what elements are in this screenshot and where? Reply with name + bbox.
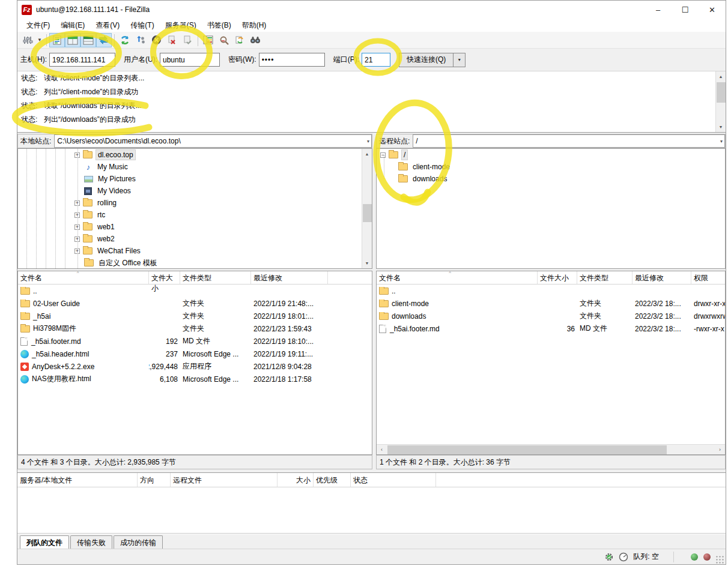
connection-ok-indicator-icon: [691, 553, 698, 561]
chevron-down-icon[interactable]: ▾: [367, 139, 369, 144]
resize-grip[interactable]: [716, 556, 724, 564]
menu-server[interactable]: 服务器(S): [160, 19, 202, 32]
process-queue-button[interactable]: [133, 33, 148, 47]
tree-item-downloads[interactable]: downloads: [377, 173, 725, 185]
file-row[interactable]: NAS使用教程.html6,108Microsoft Edge ...2022/…: [18, 373, 372, 385]
quickconnect-button[interactable]: 快速连接(Q): [399, 53, 453, 67]
file-row[interactable]: _h5ai.footer.md192MD 文件2022/1/19 18:10:.…: [18, 335, 372, 348]
queue-header-priority[interactable]: 优先级: [314, 473, 351, 487]
column-header-permissions[interactable]: 权限: [691, 271, 726, 284]
toggle-transfer-queue-button[interactable]: [96, 33, 112, 47]
chevron-down-icon[interactable]: ▾: [720, 139, 723, 144]
port-input[interactable]: [362, 53, 390, 67]
log-scrollbar[interactable]: ▲ ▼: [715, 71, 726, 132]
tree-item-client-mode[interactable]: client-mode: [377, 161, 725, 173]
file-row[interactable]: 02-User Guide文件夹2022/1/19 21:48:...: [18, 297, 372, 310]
file-row[interactable]: AnyDesk+5.2.2.exe2,929,448应用程序2021/12/8 …: [18, 360, 372, 373]
file-row[interactable]: _h5ai.footer.md36MD 文件2022/3/2 18:...-rw…: [377, 322, 725, 335]
file-row[interactable]: _h5ai文件夹2022/1/19 18:01:...: [18, 310, 372, 322]
tree-item-my-videos[interactable]: My Videos: [18, 185, 372, 197]
tree-item-web1[interactable]: +web1: [18, 221, 372, 233]
site-manager-icon: [22, 35, 33, 45]
transfer-settings-gear-icon[interactable]: [604, 552, 614, 562]
maximize-button[interactable]: ☐: [672, 1, 699, 19]
file-row[interactable]: Hi3798M固件文件夹2022/1/23 1:59:43: [18, 322, 372, 335]
toggle-local-tree-button[interactable]: [65, 33, 80, 47]
menu-help[interactable]: 帮助(H): [237, 19, 272, 32]
scroll-down-icon[interactable]: ▼: [716, 122, 726, 132]
menu-transfer[interactable]: 传输(T): [125, 19, 159, 32]
file-row[interactable]: ..: [377, 285, 725, 297]
queue-header-server-local[interactable]: 服务器/本地文件: [17, 473, 138, 487]
column-header-size[interactable]: 文件大小: [538, 271, 577, 284]
filter-binoculars-button[interactable]: [247, 33, 263, 47]
scroll-up-icon[interactable]: ▲: [362, 149, 372, 159]
menu-bookmarks[interactable]: 书签(B): [202, 19, 237, 32]
site-manager-dropdown-icon[interactable]: ▼: [35, 33, 44, 47]
toggle-message-log-button[interactable]: [49, 33, 65, 47]
disconnect-button[interactable]: [164, 33, 180, 47]
tree-item-rolling[interactable]: +rolling: [18, 197, 372, 209]
folder-icon: [389, 151, 398, 158]
queue-header-direction[interactable]: 方向: [138, 473, 171, 487]
find-files-button[interactable]: [216, 33, 232, 47]
tree-item-root[interactable]: −/: [377, 149, 725, 161]
reconnect-button[interactable]: [180, 33, 195, 47]
scroll-left-icon[interactable]: ‹: [377, 445, 387, 454]
toolbar: ▼: [17, 32, 726, 49]
column-header-type[interactable]: 文件类型: [577, 271, 632, 284]
transfer-queue-panel: 服务器/本地文件 方向 远程文件 大小 优先级 状态: [17, 472, 726, 534]
column-header-modified[interactable]: 最近修改: [251, 271, 328, 284]
menu-view[interactable]: 查看(V): [90, 19, 125, 32]
menu-bar: 文件(F) 编辑(E) 查看(V) 传输(T) 服务器(S) 书签(B) 帮助(…: [17, 19, 726, 32]
column-header-modified[interactable]: 最近修改: [632, 271, 691, 284]
password-input[interactable]: [259, 53, 325, 67]
file-row[interactable]: _h5ai.header.html237Microsoft Edge ...20…: [18, 348, 372, 360]
column-header-type[interactable]: 文件类型: [180, 271, 251, 284]
local-tree-scrollbar[interactable]: ▲ ▼: [362, 149, 372, 268]
sort-asc-icon: ^: [77, 271, 79, 275]
tree-item-web2[interactable]: +web2: [18, 233, 372, 245]
menu-edit[interactable]: 编辑(E): [55, 19, 90, 32]
file-row[interactable]: client-mode文件夹2022/3/2 18:...drwxr-xr-x: [377, 297, 725, 310]
host-input[interactable]: [49, 53, 115, 67]
speed-gauge-icon[interactable]: [619, 552, 628, 562]
file-row[interactable]: downloads文件夹2022/3/2 18:...drwxrwxrwx: [377, 310, 725, 322]
compare-directories-button[interactable]: [201, 33, 216, 47]
tree-item-my-music[interactable]: ♪My Music: [18, 161, 372, 173]
collapse-icon[interactable]: −: [380, 152, 386, 158]
tree-item-rtc[interactable]: +rtc: [18, 209, 372, 221]
folder-icon: [83, 211, 93, 218]
queue-header-status[interactable]: 状态: [351, 473, 436, 487]
remote-tree-icon: [83, 35, 94, 45]
tree-item-office-templates[interactable]: 自定义 Office 模板: [18, 257, 372, 269]
column-header-name[interactable]: ^文件名: [377, 271, 538, 284]
disconnect-icon: [167, 35, 177, 45]
file-row[interactable]: ..: [18, 285, 372, 297]
column-header-name[interactable]: ^文件名: [18, 271, 149, 284]
tree-item-wechat-files[interactable]: +WeChat Files: [18, 245, 372, 257]
menu-file[interactable]: 文件(F): [21, 19, 55, 32]
scroll-up-icon[interactable]: ▲: [716, 71, 726, 82]
username-input[interactable]: [160, 53, 220, 67]
tree-item-dlecootop[interactable]: +dl.ecoo.top: [18, 149, 372, 161]
remote-summary: 1 个文件 和 2 个目录。大小总计: 36 字节: [376, 455, 726, 469]
minimize-button[interactable]: –: [645, 1, 672, 19]
refresh-button[interactable]: [117, 33, 133, 47]
close-button[interactable]: ✕: [699, 1, 726, 19]
quickconnect-dropdown-icon[interactable]: ▾: [453, 53, 466, 67]
remote-horizontal-scrollbar[interactable]: ‹ ›: [377, 444, 725, 454]
queue-header-size[interactable]: 大小: [278, 473, 314, 487]
site-manager-button[interactable]: [20, 33, 35, 47]
scroll-right-icon[interactable]: ›: [715, 445, 725, 454]
cancel-button[interactable]: [148, 33, 164, 47]
local-site-combo[interactable]: C:\Users\ecoo\Documents\dl.ecoo.top\▾: [54, 134, 372, 148]
tree-item-my-pictures[interactable]: My Pictures: [18, 173, 372, 185]
column-header-size[interactable]: 文件大小: [149, 271, 180, 284]
remote-site-combo[interactable]: /▾: [413, 134, 725, 148]
toggle-remote-tree-button[interactable]: [80, 33, 96, 47]
edge-browser-icon: [20, 350, 29, 358]
sync-browsing-button[interactable]: [232, 33, 247, 47]
scroll-down-icon[interactable]: ▼: [362, 258, 372, 268]
queue-header-remote[interactable]: 远程文件: [171, 473, 278, 487]
